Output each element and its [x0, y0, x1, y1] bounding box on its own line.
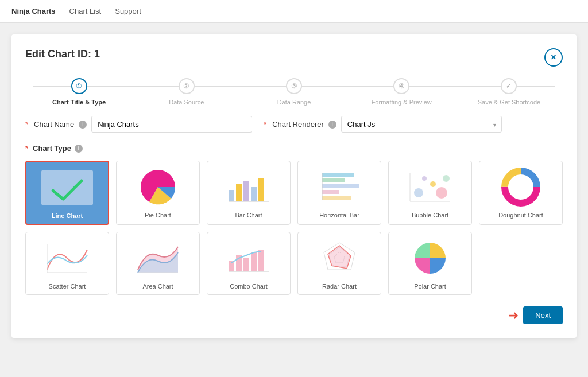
chart-name-group: * Chart Name i — [25, 116, 252, 133]
chart-type-info-icon[interactable]: i — [75, 145, 83, 153]
chart-preview-line — [31, 168, 103, 208]
svg-rect-32 — [258, 250, 264, 271]
chart-card-combo[interactable]: Combo Chart — [207, 232, 291, 295]
chart-name-input[interactable] — [91, 116, 252, 133]
svg-rect-4 — [243, 181, 249, 201]
chart-name-label: Chart Name — [34, 120, 74, 129]
chart-card-doughnut[interactable]: Doughnut Chart — [479, 161, 563, 225]
svg-rect-11 — [322, 190, 339, 194]
chart-renderer-group: * Chart Renderer i Chart Js Google Chart… — [264, 116, 502, 133]
chart-label-polar: Polar Chart — [414, 283, 446, 290]
chart-preview-area — [121, 238, 195, 278]
chart-card-polar[interactable]: Polar Chart — [388, 232, 472, 295]
modal-title: Edit Chart ID: 1 — [25, 48, 100, 60]
step-4-label: Formatting & Preview — [348, 99, 455, 106]
chart-label-bubble: Bubble Chart — [412, 212, 448, 219]
svg-rect-2 — [229, 190, 234, 201]
step-2-label: Data Source — [133, 99, 240, 106]
svg-rect-9 — [322, 178, 345, 182]
chart-card-scatter[interactable]: Scatter Chart — [25, 232, 109, 295]
svg-rect-0 — [41, 170, 93, 205]
chart-preview-radar — [303, 238, 376, 278]
chart-label-horizontal-bar: Horizontal Bar — [319, 212, 359, 219]
chart-preview-horizontal-bar — [303, 167, 376, 207]
modal: Edit Chart ID: 1 × ① ② ③ ④ ✓ — [11, 34, 577, 338]
chart-preview-pie — [121, 167, 195, 207]
chart-card-line[interactable]: Line Chart — [25, 161, 109, 225]
svg-rect-12 — [322, 196, 351, 200]
stepper: ① ② ③ ④ ✓ — [25, 78, 563, 94]
chart-label-combo: Combo Chart — [230, 283, 267, 290]
nav-support[interactable]: Support — [115, 7, 141, 15]
chart-renderer-info-icon[interactable]: i — [328, 121, 336, 129]
svg-rect-31 — [251, 252, 257, 271]
chart-preview-scatter — [30, 238, 104, 278]
svg-point-24 — [510, 177, 531, 197]
step-1: ① — [25, 78, 133, 94]
chart-preview-combo — [212, 238, 285, 278]
svg-point-18 — [443, 175, 450, 182]
chart-label-area: Area Chart — [142, 283, 173, 290]
modal-footer: ➜ Next — [25, 306, 563, 324]
main-area: Edit Chart ID: 1 × ① ② ③ ④ ✓ — [0, 23, 588, 349]
chart-card-pie[interactable]: Pie Chart — [116, 161, 200, 225]
chart-card-bar[interactable]: Bar Chart — [207, 161, 291, 225]
step-2: ② — [133, 78, 240, 94]
svg-rect-3 — [236, 184, 242, 201]
next-button[interactable]: Next — [523, 306, 563, 324]
chart-label-scatter: Scatter Chart — [49, 283, 86, 290]
chart-preview-bar — [212, 167, 285, 207]
step-3-circle: ③ — [286, 78, 302, 94]
top-nav: Ninja Charts Chart List Support — [0, 0, 588, 23]
step-1-circle: ① — [71, 78, 87, 94]
svg-point-17 — [422, 176, 427, 181]
chart-label-doughnut: Doughnut Chart — [498, 212, 543, 219]
chart-card-bubble[interactable]: Bubble Chart — [388, 161, 472, 225]
svg-point-16 — [436, 187, 447, 199]
chart-preview-doughnut — [484, 167, 558, 207]
chart-label-radar: Radar Chart — [322, 283, 357, 290]
svg-rect-10 — [322, 184, 359, 188]
step-3: ③ — [240, 78, 347, 94]
chart-renderer-select-wrap: Chart Js Google Charts ▾ — [341, 116, 502, 133]
chart-card-horizontal-bar[interactable]: Horizontal Bar — [297, 161, 381, 225]
modal-header: Edit Chart ID: 1 × — [25, 48, 563, 67]
chart-name-info-icon[interactable]: i — [79, 121, 87, 129]
nav-chart-list[interactable]: Chart List — [69, 7, 102, 15]
chart-name-required: * — [25, 120, 28, 129]
step-3-label: Data Range — [240, 99, 347, 106]
close-button[interactable]: × — [544, 48, 563, 67]
nav-brand: Ninja Charts — [11, 7, 56, 15]
chart-renderer-label: Chart Renderer — [272, 120, 324, 129]
svg-marker-37 — [328, 246, 351, 269]
next-arrow-icon: ➜ — [508, 308, 519, 323]
step-2-circle: ② — [179, 78, 195, 94]
svg-point-15 — [430, 181, 436, 187]
svg-rect-8 — [322, 173, 354, 177]
svg-rect-30 — [243, 258, 249, 271]
chart-type-section-label: * Chart Type i — [25, 144, 563, 153]
step-5-circle: ✓ — [501, 78, 517, 94]
step-4-circle: ④ — [393, 78, 409, 94]
svg-rect-6 — [258, 178, 264, 201]
step-1-label: Chart Title & Type — [25, 99, 133, 106]
svg-point-14 — [414, 188, 423, 197]
chart-label-pie: Pie Chart — [145, 212, 171, 219]
chart-card-area[interactable]: Area Chart — [116, 232, 200, 295]
chart-preview-bubble — [393, 167, 467, 207]
next-arrow-wrap: ➜ Next — [508, 306, 563, 324]
chart-renderer-required: * — [264, 120, 266, 129]
chart-label-line: Line Chart — [52, 212, 83, 219]
svg-rect-5 — [251, 187, 257, 201]
step-4: ④ — [348, 78, 455, 94]
chart-card-radar[interactable]: Radar Chart — [297, 232, 381, 295]
form-row: * Chart Name i * Chart Renderer i Chart … — [25, 116, 563, 133]
chart-preview-polar — [393, 238, 467, 278]
chart-grid: Line Chart Pie Chart — [25, 161, 563, 295]
chart-renderer-select[interactable]: Chart Js Google Charts — [341, 116, 502, 133]
chart-type-required: * — [25, 144, 28, 153]
step-5: ✓ — [455, 78, 563, 94]
step-5-label: Save & Get Shortcode — [455, 99, 563, 106]
chart-label-bar: Bar Chart — [235, 212, 262, 219]
